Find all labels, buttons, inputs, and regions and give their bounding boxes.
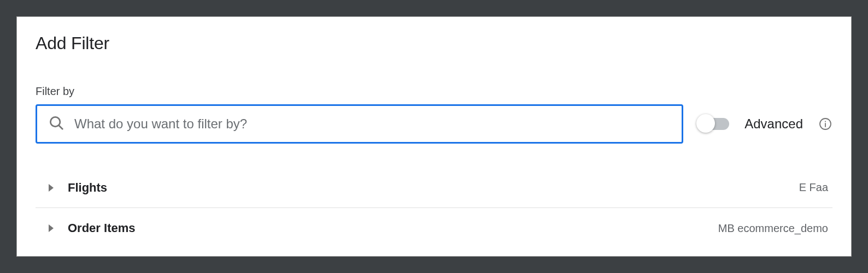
info-icon[interactable] [818,117,832,131]
advanced-label: Advanced [744,116,803,132]
add-filter-panel: Add Filter Filter by Advanced [16,16,852,257]
list-row-flights[interactable]: Flights E Faa [36,168,832,208]
panel-title: Add Filter [36,33,832,54]
list-row-meta: E Faa [799,181,828,194]
toggle-knob [696,114,715,133]
search-icon [48,115,64,133]
explore-list: Flights E Faa Order Items MB ecommerce_d… [36,168,832,248]
list-row-label: Order Items [68,221,718,235]
svg-line-1 [59,126,63,129]
svg-point-4 [825,121,826,122]
filter-search-wrap[interactable] [36,104,683,144]
advanced-toggle[interactable] [699,118,729,130]
chevron-right-icon [49,184,54,192]
filter-search-input[interactable] [74,106,671,142]
list-row-meta: MB ecommerce_demo [718,222,828,235]
filter-row: Advanced [36,104,832,144]
chevron-right-icon [49,224,54,232]
list-row-order-items[interactable]: Order Items MB ecommerce_demo [36,208,832,248]
filter-by-label: Filter by [36,85,832,98]
list-row-label: Flights [68,181,799,195]
